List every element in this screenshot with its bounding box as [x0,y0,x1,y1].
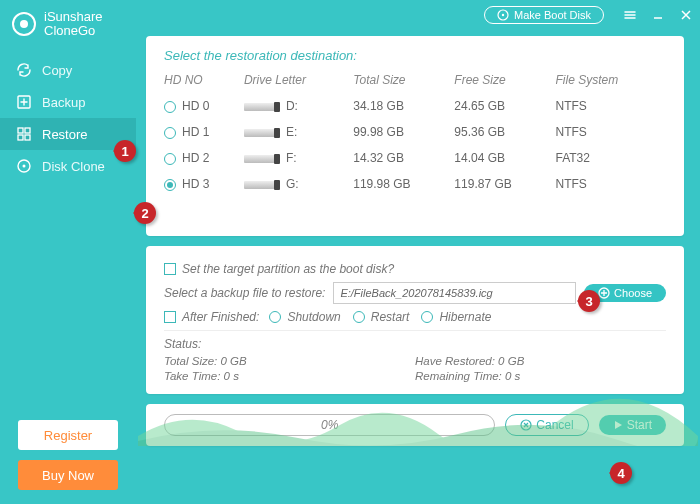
disk-radio[interactable] [164,179,176,191]
drive-icon [244,155,278,163]
disc-icon [497,9,509,21]
table-row[interactable]: HD 3G:119.98 GB119.87 GBNTFS [164,171,666,197]
drive-letter: F: [286,151,297,165]
make-boot-disk-button[interactable]: Make Boot Disk [484,6,604,24]
restore-icon [16,126,32,142]
sidebar-item-restore[interactable]: Restore [0,118,136,150]
opt-hibernate-radio[interactable] [421,311,433,323]
status-taketime: Take Time: 0 s [164,370,415,382]
boot-label: Set the target partition as the boot dis… [182,262,394,276]
opt-hibernate-label: Hibernate [439,310,491,324]
action-panel: 0% Cancel Start [146,404,684,446]
minimize-button[interactable] [644,1,672,29]
col-drive: Drive Letter [244,73,353,93]
start-button[interactable]: Start [599,415,666,435]
close-icon [679,8,693,22]
disk-id: HD 3 [182,177,209,191]
menu-icon [623,8,637,22]
minimize-icon [651,8,665,22]
disk-id: HD 1 [182,125,209,139]
drive-letter: G: [286,177,299,191]
progress-value: 0% [321,418,338,432]
backup-icon [16,94,32,110]
sidebar-item-backup[interactable]: Backup [0,86,136,118]
svg-rect-5 [18,135,23,140]
free-size: 14.04 GB [454,145,555,171]
opt-shutdown-radio[interactable] [269,311,281,323]
sidebar-item-diskclone[interactable]: Disk Clone [0,150,136,182]
nav-label: Restore [42,127,88,142]
destination-panel: Select the restoration destination: HD N… [146,36,684,236]
total-size: 119.98 GB [353,171,454,197]
start-label: Start [627,418,652,432]
svg-point-1 [20,20,28,28]
disk-radio[interactable] [164,101,176,113]
after-label: After Finished: [182,310,259,324]
svg-point-8 [23,165,26,168]
svg-rect-4 [25,128,30,133]
destination-title: Select the restoration destination: [164,48,666,63]
close-button[interactable] [672,1,700,29]
table-row[interactable]: HD 1E:99.98 GB95.36 GBNTFS [164,119,666,145]
disk-table: HD NO Drive Letter Total Size Free Size … [164,73,666,197]
app-window: iSunshare CloneGo Copy Backup Restore Di… [0,0,700,504]
opt-restart-radio[interactable] [353,311,365,323]
buynow-button[interactable]: Buy Now [18,460,118,490]
free-size: 95.36 GB [454,119,555,145]
app-logo: iSunshare CloneGo [0,0,136,48]
file-system: NTFS [555,171,666,197]
nav-label: Disk Clone [42,159,105,174]
status-totalsize: Total Size: 0 GB [164,355,415,367]
cancel-label: Cancel [536,418,573,432]
drive-icon [244,103,278,111]
col-hdno: HD NO [164,73,244,93]
logo-icon [12,12,36,36]
disk-id: HD 0 [182,99,209,113]
opt-shutdown-label: Shutdown [287,310,340,324]
cancel-button[interactable]: Cancel [505,414,588,436]
total-size: 99.98 GB [353,119,454,145]
diskclone-icon [16,158,32,174]
disk-radio[interactable] [164,127,176,139]
sidebar: iSunshare CloneGo Copy Backup Restore Di… [0,0,136,504]
backup-path-input[interactable] [333,282,576,304]
table-row[interactable]: HD 0D:34.18 GB24.65 GBNTFS [164,93,666,119]
drive-letter: E: [286,125,297,139]
after-checkbox[interactable] [164,311,176,323]
progress-bar: 0% [164,414,495,436]
select-backup-label: Select a backup file to restore: [164,286,325,300]
svg-point-10 [502,14,504,16]
nav: Copy Backup Restore Disk Clone [0,54,136,182]
app-name-1: iSunshare [44,10,103,24]
svg-rect-6 [25,135,30,140]
status-restored: Have Restored: 0 GB [415,355,666,367]
window-controls: Make Boot Disk [484,0,700,30]
svg-rect-3 [18,128,23,133]
menu-button[interactable] [616,1,644,29]
total-size: 14.32 GB [353,145,454,171]
status-remaining: Remaining Time: 0 s [415,370,666,382]
free-size: 24.65 GB [454,93,555,119]
register-button[interactable]: Register [18,420,118,450]
file-system: NTFS [555,119,666,145]
choose-label: Choose [614,287,652,299]
drive-icon [244,129,278,137]
status-header: Status: [164,337,666,351]
opt-restart-label: Restart [371,310,410,324]
boot-checkbox[interactable] [164,263,176,275]
file-system: NTFS [555,93,666,119]
col-total: Total Size [353,73,454,93]
disk-radio[interactable] [164,153,176,165]
free-size: 119.87 GB [454,171,555,197]
table-row[interactable]: HD 2F:14.32 GB14.04 GBFAT32 [164,145,666,171]
sidebar-item-copy[interactable]: Copy [0,54,136,86]
col-free: Free Size [454,73,555,93]
nav-label: Copy [42,63,72,78]
make-boot-label: Make Boot Disk [514,9,591,21]
drive-icon [244,181,278,189]
main-area: Make Boot Disk Select the restoration de… [136,0,700,504]
choose-button[interactable]: Choose [584,284,666,302]
app-name-2: CloneGo [44,24,103,38]
col-fs: File System [555,73,666,93]
play-icon [613,420,623,430]
